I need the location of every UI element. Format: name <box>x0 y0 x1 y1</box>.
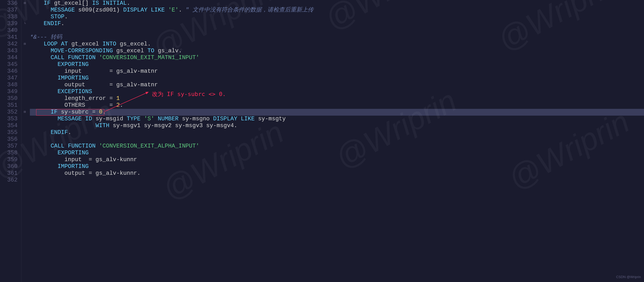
code-editor[interactable]: 3363373383393403413423433443453463473483… <box>0 0 644 282</box>
code-line[interactable]: IF sy-subrc = 0. <box>30 109 644 116</box>
code-line[interactable] <box>30 27 644 34</box>
token-dot: . <box>102 109 106 115</box>
fold-marker[interactable]: ⊟ <box>21 109 28 116</box>
token-str: 'CONVERSION_EXIT_MATN1_INPUT' <box>99 54 199 61</box>
token-op: = <box>92 109 96 115</box>
code-line[interactable] <box>30 177 644 184</box>
code-area[interactable]: IF gt_excel[] IS INITIAL. MESSAGE s009(z… <box>28 0 644 282</box>
code-line[interactable]: CALL FUNCTION 'CONVERSION_EXIT_MATN1_INP… <box>30 54 644 61</box>
token-var: msgno <box>192 116 210 122</box>
fold-marker[interactable] <box>21 48 28 54</box>
fold-marker[interactable] <box>21 14 28 20</box>
token-kw: IF <box>44 0 51 7</box>
token-ws <box>113 48 116 54</box>
line-number: 346 <box>0 68 18 75</box>
code-line[interactable]: STOP. <box>30 14 644 20</box>
code-line[interactable] <box>30 136 644 143</box>
token-ws <box>113 102 116 109</box>
code-line[interactable]: LOOP AT gt_excel INTO gs_excel. <box>30 41 644 48</box>
fold-marker[interactable]: ⊟ <box>21 0 28 7</box>
fold-marker[interactable] <box>21 61 28 68</box>
code-line[interactable]: ENDIF. <box>30 129 644 136</box>
fold-marker[interactable] <box>21 177 28 184</box>
fold-marker[interactable] <box>21 122 28 129</box>
token-op: = <box>109 68 113 75</box>
token-ws <box>75 7 78 13</box>
code-line[interactable]: output = gs_alv-kunnr. <box>30 170 644 177</box>
fold-marker[interactable]: └ <box>21 20 28 27</box>
code-line[interactable]: MESSAGE s009(zsd001) DISPLAY LIKE 'E'. "… <box>30 7 644 14</box>
token-var: sy <box>175 122 182 129</box>
token-kw: MESSAGE <box>51 7 75 13</box>
code-line[interactable]: IMPORTING <box>30 163 644 170</box>
fold-marker[interactable] <box>21 95 28 102</box>
code-line[interactable]: IMPORTING <box>30 75 644 82</box>
code-line[interactable]: EXPORTING <box>30 61 644 68</box>
fold-marker[interactable] <box>21 170 28 177</box>
token-ws <box>30 54 51 61</box>
line-number: 355 <box>0 129 18 136</box>
token-op: - <box>137 82 140 88</box>
code-line[interactable]: *&--- 转码 <box>30 34 644 41</box>
token-ws <box>58 109 61 115</box>
line-number: 341 <box>0 34 18 41</box>
fold-marker[interactable] <box>21 163 28 170</box>
code-line[interactable]: input = gs_alv-matnr <box>30 68 644 75</box>
line-number: 347 <box>0 75 18 82</box>
line-number: 361 <box>0 170 18 177</box>
fold-marker[interactable] <box>21 27 28 34</box>
token-var: kunnr <box>120 156 137 163</box>
code-line[interactable]: CALL FUNCTION 'CONVERSION_EXIT_ALPHA_INP… <box>30 143 644 150</box>
code-line[interactable]: length_error = 1 <box>30 95 644 102</box>
line-number: 337 <box>0 7 18 14</box>
code-line[interactable]: EXPORTING <box>30 150 644 156</box>
token-str: 'CONVERSION_EXIT_ALPHA_INPUT' <box>99 143 199 149</box>
fold-column[interactable]: ⊟└⊟⊟ <box>21 0 28 282</box>
code-line[interactable]: WITH sy-msgv1 sy-msgv2 sy-msgv3 sy-msgv4… <box>30 122 644 129</box>
fold-marker[interactable] <box>21 129 28 136</box>
fold-marker[interactable] <box>21 88 28 95</box>
line-number: 340 <box>0 27 18 34</box>
token-var: gs_alv <box>96 156 116 163</box>
token-dot: . <box>137 170 140 177</box>
fold-marker[interactable] <box>21 82 28 88</box>
fold-marker[interactable] <box>21 68 28 75</box>
line-number: 342 <box>0 41 18 48</box>
code-line[interactable]: MESSAGE ID sy-msgid TYPE 'S' NUMBER sy-m… <box>30 116 644 122</box>
line-number: 362 <box>0 177 18 184</box>
code-line[interactable]: MOVE-CORRESPONDING gs_excel TO gs_alv. <box>30 48 644 54</box>
fold-marker[interactable] <box>21 136 28 143</box>
code-line[interactable]: ENDIF. <box>30 20 644 27</box>
fold-marker[interactable] <box>21 102 28 109</box>
token-op: - <box>120 122 123 129</box>
code-line[interactable]: EXCEPTIONS <box>30 88 644 95</box>
token-ws <box>92 156 96 163</box>
token-kw: IS INITIAL <box>92 0 127 7</box>
token-var: msgty <box>268 116 286 122</box>
token-op: = <box>109 82 113 88</box>
line-number: 345 <box>0 61 18 68</box>
token-str: 'S' <box>144 116 155 122</box>
token-ws <box>96 143 99 149</box>
code-line[interactable]: IF gt_excel[] IS INITIAL. <box>30 0 644 7</box>
token-var: gs_alv <box>116 68 137 75</box>
token-str: 'E' <box>168 7 179 13</box>
fold-marker[interactable]: ⊟ <box>21 41 28 48</box>
fold-marker[interactable] <box>21 150 28 156</box>
token-var: matnr <box>141 82 158 88</box>
token-op: = <box>109 95 113 102</box>
footer-watermark: CSDN @Wriprin <box>616 274 641 280</box>
token-ws <box>30 61 58 68</box>
fold-marker[interactable] <box>21 156 28 163</box>
code-line[interactable]: output = gs_alv-matnr <box>30 82 644 88</box>
fold-marker[interactable] <box>21 34 28 41</box>
fold-marker[interactable] <box>21 7 28 14</box>
fold-marker[interactable] <box>21 75 28 82</box>
fold-marker[interactable] <box>21 143 28 150</box>
code-line[interactable]: input = gs_alv-kunnr <box>30 156 644 163</box>
code-line[interactable]: OTHERS = 2. <box>30 102 644 109</box>
fold-marker[interactable] <box>21 116 28 122</box>
token-var: sy <box>258 116 265 122</box>
token-ws <box>30 0 44 7</box>
fold-marker[interactable] <box>21 54 28 61</box>
